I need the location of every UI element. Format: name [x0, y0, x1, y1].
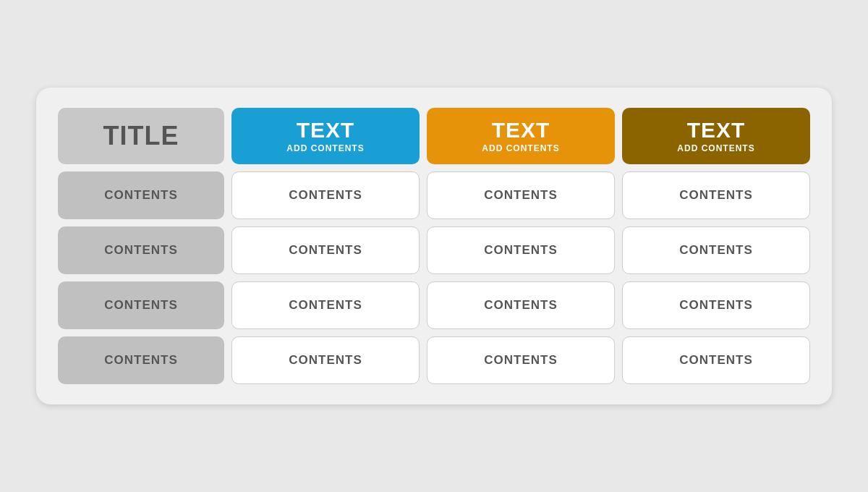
row-2-label[interactable]: CONTENTS [58, 226, 224, 274]
row-1-cell-3[interactable]: CONTENTS [622, 171, 810, 219]
row-2-cell-2-text: CONTENTS [484, 243, 558, 258]
row-4-cell-3[interactable]: CONTENTS [622, 336, 810, 384]
row-2-cell-2[interactable]: CONTENTS [427, 226, 615, 274]
row-3-label-text: CONTENTS [104, 298, 178, 313]
header-col-3[interactable]: TEXT ADD CONTENTS [622, 108, 810, 164]
header-col1-main: TEXT [297, 119, 355, 141]
row-2-cell-1[interactable]: CONTENTS [231, 226, 420, 274]
header-col3-sub: ADD CONTENTS [677, 143, 754, 153]
row-3-cell-1[interactable]: CONTENTS [231, 281, 420, 329]
row-4-cell-3-text: CONTENTS [679, 353, 753, 368]
row-2-cell-1-text: CONTENTS [289, 243, 362, 258]
row-4-label-text: CONTENTS [104, 353, 178, 368]
header-title: TITLE [58, 108, 224, 164]
header-col-1[interactable]: TEXT ADD CONTENTS [231, 108, 420, 164]
header-col2-sub: ADD CONTENTS [482, 143, 559, 153]
row-1-cell-1-text: CONTENTS [289, 188, 362, 203]
row-3-label[interactable]: CONTENTS [58, 281, 224, 329]
header-col2-main: TEXT [492, 119, 550, 141]
table-container: TITLE TEXT ADD CONTENTS TEXT ADD CONTENT… [36, 88, 832, 404]
title-text: TITLE [103, 121, 179, 151]
row-1-cell-2-text: CONTENTS [484, 188, 558, 203]
row-4-cell-1[interactable]: CONTENTS [231, 336, 420, 384]
row-2-cell-3-text: CONTENTS [679, 243, 753, 258]
row-2-label-text: CONTENTS [104, 243, 178, 258]
row-3-cell-1-text: CONTENTS [289, 298, 362, 313]
table-grid: TITLE TEXT ADD CONTENTS TEXT ADD CONTENT… [58, 108, 810, 384]
row-1-cell-3-text: CONTENTS [679, 188, 753, 203]
row-3-cell-2-text: CONTENTS [484, 298, 558, 313]
row-4-cell-2-text: CONTENTS [484, 353, 558, 368]
header-col-2[interactable]: TEXT ADD CONTENTS [427, 108, 615, 164]
row-3-cell-2[interactable]: CONTENTS [427, 281, 615, 329]
row-1-label-text: CONTENTS [104, 188, 178, 203]
row-3-cell-3-text: CONTENTS [679, 298, 753, 313]
header-col1-sub: ADD CONTENTS [286, 143, 364, 153]
row-1-label[interactable]: CONTENTS [58, 171, 224, 219]
row-4-cell-1-text: CONTENTS [289, 353, 362, 368]
row-3-cell-3[interactable]: CONTENTS [622, 281, 810, 329]
row-1-cell-2[interactable]: CONTENTS [427, 171, 615, 219]
header-col3-main: TEXT [687, 119, 746, 141]
row-1-cell-1[interactable]: CONTENTS [231, 171, 420, 219]
row-2-cell-3[interactable]: CONTENTS [622, 226, 810, 274]
row-4-cell-2[interactable]: CONTENTS [427, 336, 615, 384]
row-4-label[interactable]: CONTENTS [58, 336, 224, 384]
